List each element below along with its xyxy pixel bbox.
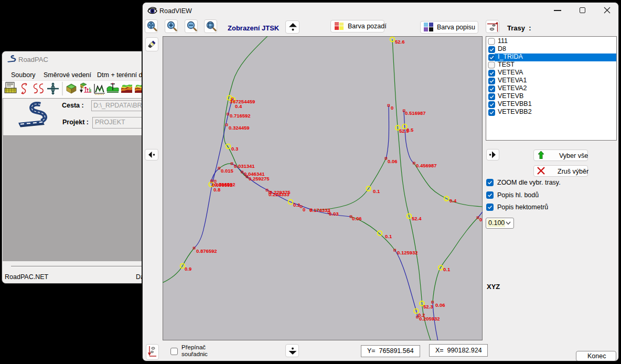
svg-text:0.015: 0.015: [221, 168, 233, 174]
svg-text:0.4: 0.4: [449, 198, 457, 204]
svg-text:0.1: 0.1: [385, 233, 392, 239]
svg-text:0.06: 0.06: [435, 302, 445, 308]
svg-text:0.876592: 0.876592: [196, 248, 217, 254]
svg-text:0.205932: 0.205932: [419, 316, 440, 322]
svg-text:0.1: 0.1: [373, 188, 380, 194]
svg-text:0.03: 0.03: [329, 211, 339, 217]
svg-text:0.4: 0.4: [235, 103, 242, 109]
svg-text:0.8: 0.8: [213, 187, 220, 192]
svg-text:0.9: 0.9: [185, 266, 191, 272]
svg-text:0.716592: 0.716592: [230, 113, 251, 119]
svg-text:0.5: 0.5: [406, 127, 414, 133]
svg-text:0: 0: [391, 105, 393, 111]
svg-text:0: 0: [479, 217, 482, 222]
svg-text:0.516987: 0.516987: [405, 110, 426, 116]
svg-text:52.6: 52.6: [395, 39, 405, 45]
svg-text:52.3: 52.3: [423, 304, 433, 309]
svg-text:0.3: 0.3: [231, 146, 238, 152]
svg-text:0.031341: 0.031341: [234, 163, 255, 169]
svg-text:0.224333: 0.224333: [269, 191, 290, 197]
svg-text:3: 3: [230, 99, 232, 104]
svg-text:0.1: 0.1: [443, 266, 451, 272]
svg-text:52.4: 52.4: [412, 216, 422, 221]
svg-text:0.2: 0.2: [293, 202, 300, 208]
svg-text:0.456987: 0.456987: [416, 163, 437, 168]
svg-text:0.174333: 0.174333: [309, 207, 330, 213]
svg-text:0.324459: 0.324459: [229, 125, 250, 131]
svg-text:0: 0: [303, 207, 305, 212]
svg-text:0.125932: 0.125932: [397, 250, 418, 255]
svg-text:0.06: 0.06: [352, 216, 362, 221]
svg-text:0.259275: 0.259275: [249, 176, 270, 181]
svg-text:0.06: 0.06: [388, 158, 398, 164]
